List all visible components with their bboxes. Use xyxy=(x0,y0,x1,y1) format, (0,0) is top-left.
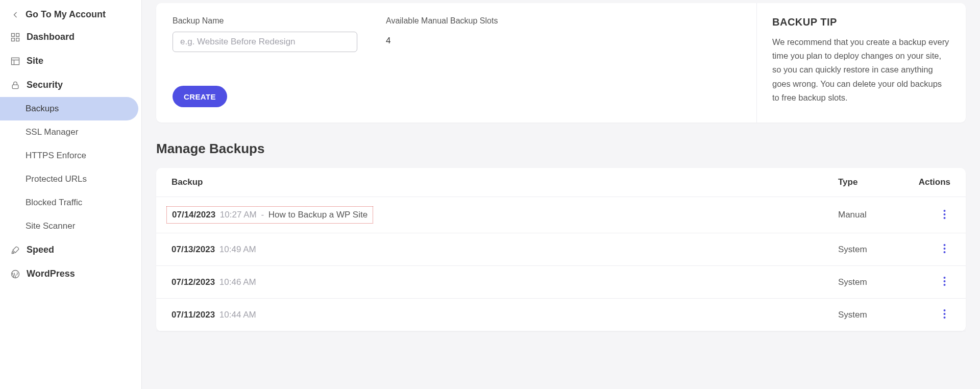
kebab-icon[interactable] xyxy=(938,208,950,221)
manage-backups-title: Manage Backups xyxy=(156,141,966,157)
lock-icon xyxy=(10,80,20,90)
backup-name: How to Backup a WP Site xyxy=(268,210,368,220)
col-header-backup: Backup xyxy=(172,177,838,187)
backup-tip-panel: BACKUP TIP We recommend that you create … xyxy=(756,3,966,123)
backup-cell: 07/14/2023 10:27 AM - How to Backup a WP… xyxy=(172,206,838,224)
col-header-type: Type xyxy=(838,177,904,187)
sidebar-item-speed[interactable]: Speed xyxy=(0,238,141,262)
col-header-actions: Actions xyxy=(904,177,950,187)
svg-rect-4 xyxy=(12,58,19,64)
backups-table: Backup Type Actions 07/14/2023 10:27 AM … xyxy=(156,168,966,331)
wordpress-icon xyxy=(10,269,20,279)
sidebar-sub-blocked[interactable]: Blocked Traffic xyxy=(0,191,138,214)
backup-type: System xyxy=(838,277,904,287)
svg-rect-7 xyxy=(12,85,18,89)
backup-cell: 07/12/2023 10:46 AM xyxy=(172,277,838,287)
table-row: 07/11/2023 10:44 AMSystem xyxy=(156,299,966,331)
backup-name-input[interactable] xyxy=(173,32,357,52)
table-row: 07/12/2023 10:46 AMSystem xyxy=(156,266,966,299)
back-label: Go To My Account xyxy=(26,9,106,20)
table-row: 07/13/2023 10:49 AMSystem xyxy=(156,233,966,266)
actions-cell xyxy=(904,208,950,222)
sidebar-sub-ssl[interactable]: SSL Manager xyxy=(0,120,138,144)
backup-cell: 07/11/2023 10:44 AM xyxy=(172,310,838,320)
grid-icon xyxy=(10,32,20,42)
tip-title: BACKUP TIP xyxy=(772,16,950,28)
sidebar-sub-backups[interactable]: Backups xyxy=(0,97,138,120)
svg-point-16 xyxy=(943,280,945,282)
svg-point-20 xyxy=(943,317,945,319)
svg-point-12 xyxy=(943,244,945,246)
create-button[interactable]: CREATE xyxy=(173,86,227,107)
actions-cell xyxy=(904,275,950,289)
kebab-icon[interactable] xyxy=(938,308,950,320)
sidebar-item-dashboard[interactable]: Dashboard xyxy=(0,25,141,49)
sidebar-item-label: Dashboard xyxy=(27,32,75,42)
actions-cell xyxy=(904,308,950,322)
svg-point-11 xyxy=(943,217,945,219)
sidebar-sub-label: SSL Manager xyxy=(26,127,78,137)
svg-point-15 xyxy=(943,277,945,279)
kebab-icon[interactable] xyxy=(938,242,950,255)
kebab-icon[interactable] xyxy=(938,275,950,287)
sidebar-sub-label: Backups xyxy=(26,104,59,114)
backup-date: 07/13/2023 xyxy=(172,245,215,254)
sidebar-item-site[interactable]: Site xyxy=(0,49,141,73)
sidebar-sub-label: Site Scanner xyxy=(26,221,75,231)
sidebar-sub-label: HTTPS Enforce xyxy=(26,151,86,161)
tip-body: We recommend that you create a backup ev… xyxy=(772,35,950,105)
main-content: Backup Name Available Manual Backup Slot… xyxy=(142,0,980,389)
backup-name-label: Backup Name xyxy=(173,16,357,26)
sidebar-item-security[interactable]: Security xyxy=(0,73,141,97)
arrow-left-icon xyxy=(10,10,20,20)
create-backup-card: Backup Name Available Manual Backup Slot… xyxy=(156,3,966,123)
separator: - xyxy=(259,210,266,220)
backup-cell: 07/13/2023 10:49 AM xyxy=(172,245,838,255)
sidebar-sub-label: Blocked Traffic xyxy=(26,198,82,208)
backup-time: 10:49 AM xyxy=(217,245,256,254)
sidebar-sub-scanner[interactable]: Site Scanner xyxy=(0,214,138,238)
svg-point-18 xyxy=(943,309,945,311)
svg-point-17 xyxy=(943,284,945,286)
svg-point-10 xyxy=(943,213,945,215)
backup-time: 10:44 AM xyxy=(217,310,256,320)
sidebar-sub-protected[interactable]: Protected URLs xyxy=(0,167,138,191)
svg-point-13 xyxy=(943,248,945,250)
back-to-account[interactable]: Go To My Account xyxy=(0,4,141,25)
svg-rect-0 xyxy=(12,33,15,36)
svg-point-19 xyxy=(943,313,945,315)
table-row: 07/14/2023 10:27 AM - How to Backup a WP… xyxy=(156,197,966,233)
backup-type: System xyxy=(838,245,904,255)
table-header: Backup Type Actions xyxy=(156,168,966,197)
svg-point-9 xyxy=(943,210,945,212)
backup-date: 07/11/2023 xyxy=(172,310,215,320)
sidebar-item-label: Site xyxy=(27,56,43,66)
svg-rect-3 xyxy=(16,38,19,41)
layout-icon xyxy=(10,56,20,66)
backup-date: 07/14/2023 xyxy=(172,210,215,220)
svg-point-14 xyxy=(943,251,945,253)
sidebar: Go To My Account Dashboard Site Security… xyxy=(0,0,142,389)
rocket-icon xyxy=(10,245,20,255)
sidebar-item-label: WordPress xyxy=(27,269,75,279)
svg-rect-1 xyxy=(16,33,19,36)
available-slots-label: Available Manual Backup Slots xyxy=(386,16,498,26)
create-backup-form: Backup Name Available Manual Backup Slot… xyxy=(156,3,756,123)
sidebar-sub-https[interactable]: HTTPS Enforce xyxy=(0,144,138,167)
svg-rect-2 xyxy=(12,38,15,41)
backup-type: Manual xyxy=(838,210,904,220)
available-slots-value: 4 xyxy=(386,32,498,46)
backup-time: 10:27 AM xyxy=(217,210,257,220)
backup-date: 07/12/2023 xyxy=(172,277,215,287)
actions-cell xyxy=(904,242,950,256)
backup-time: 10:46 AM xyxy=(217,277,256,287)
backup-type: System xyxy=(838,310,904,320)
sidebar-sub-label: Protected URLs xyxy=(26,174,87,184)
sidebar-item-label: Speed xyxy=(27,245,54,255)
sidebar-item-wordpress[interactable]: WordPress xyxy=(0,262,141,286)
sidebar-item-label: Security xyxy=(27,80,63,90)
